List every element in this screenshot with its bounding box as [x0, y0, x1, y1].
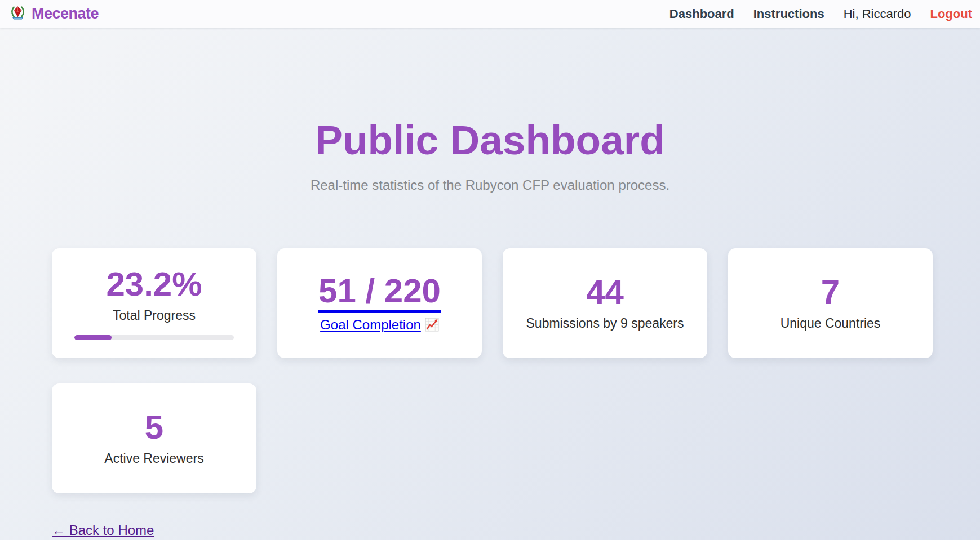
submissions-label: Submissions by 9 speakers — [526, 315, 684, 332]
goal-completion-link[interactable]: Goal Completion — [320, 317, 439, 333]
active-reviewers-card: 5 Active Reviewers — [52, 383, 256, 493]
page-subtitle: Real-time statistics of the Rubycon CFP … — [0, 177, 980, 193]
chart-increasing-icon — [425, 318, 439, 332]
goal-completion-value-link[interactable]: 51 / 220 — [318, 274, 441, 313]
nav-links: Dashboard Instructions Hi, Riccardo Logo… — [669, 7, 972, 21]
active-reviewers-label: Active Reviewers — [104, 450, 203, 467]
unique-countries-card: 7 Unique Countries — [728, 248, 933, 358]
ruby-laurel-logo-icon — [9, 4, 26, 24]
nav-greeting: Hi, Riccardo — [844, 7, 911, 21]
unique-countries-label: Unique Countries — [781, 315, 881, 332]
stats-grid: 23.2% Total Progress 51 / 220 Goal Compl… — [52, 248, 933, 493]
total-progress-card: 23.2% Total Progress — [52, 248, 256, 358]
nav-link-instructions[interactable]: Instructions — [753, 7, 824, 21]
progress-bar-fill — [74, 335, 112, 340]
top-navbar: Mecenate Dashboard Instructions Hi, Ricc… — [0, 0, 980, 28]
progress-bar-track — [74, 335, 234, 340]
hero-section: Public Dashboard Real-time statistics of… — [0, 28, 980, 193]
goal-completion-label: Goal Completion — [320, 317, 421, 333]
submissions-value: 44 — [586, 274, 624, 311]
page-title: Public Dashboard — [0, 28, 980, 164]
brand-link[interactable]: Mecenate — [9, 4, 99, 24]
submissions-card: 44 Submissions by 9 speakers — [503, 248, 707, 358]
active-reviewers-value: 5 — [145, 409, 163, 446]
goal-completion-card: 51 / 220 Goal Completion — [277, 248, 482, 358]
logout-link[interactable]: Logout — [930, 7, 972, 21]
main-content: Public Dashboard Real-time statistics of… — [0, 28, 980, 540]
brand-name: Mecenate — [32, 5, 99, 23]
nav-link-dashboard[interactable]: Dashboard — [669, 7, 734, 21]
unique-countries-value: 7 — [821, 274, 840, 311]
total-progress-label: Total Progress — [113, 307, 196, 324]
back-to-home-link[interactable]: ← Back to Home — [52, 523, 154, 538]
total-progress-value: 23.2% — [106, 266, 202, 303]
